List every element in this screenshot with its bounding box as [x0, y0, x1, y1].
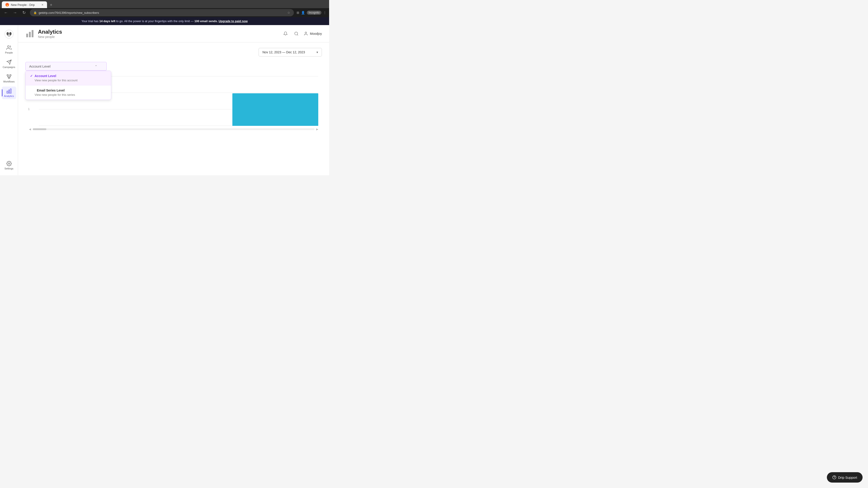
tab-title: New People - Drip — [11, 3, 35, 6]
extensions-icon[interactable]: ⊞ — [297, 11, 299, 14]
user-menu-button[interactable]: Moodjoy — [304, 31, 322, 36]
new-tab-button[interactable]: + — [48, 2, 54, 8]
svg-point-2 — [9, 32, 11, 35]
page-header-left: Analytics New people — [25, 29, 62, 39]
dropdown-option-series-label: Email Series Level — [37, 89, 65, 92]
scroll-thumb[interactable] — [33, 128, 46, 130]
content-area: Analytics New people — [18, 25, 329, 175]
svg-point-17 — [305, 32, 307, 34]
sidebar-item-workflows-label: Workflows — [3, 80, 15, 83]
analytics-icon — [6, 88, 12, 94]
sidebar-item-workflows[interactable]: Workflows — [2, 72, 16, 85]
workflows-icon — [6, 74, 12, 79]
trial-banner: Your trial has 14 days left to go. All t… — [0, 17, 329, 25]
selector-dropdown: ✓ Account Level View new people for this… — [25, 71, 111, 100]
sidebar-item-analytics-label: Analytics — [4, 95, 14, 97]
trial-text-before: Your trial has — [81, 20, 99, 23]
trial-upgrade-link[interactable]: Upgrade to paid now — [219, 20, 248, 23]
user-avatar-icon — [304, 31, 308, 36]
page-header: Analytics New people — [18, 25, 329, 42]
sidebar-item-people-label: People — [5, 51, 13, 54]
sidebar-item-people[interactable]: People — [2, 43, 16, 56]
page-header-right: Moodjoy — [282, 30, 322, 37]
sidebar-item-settings-label: Settings — [4, 167, 13, 170]
search-button[interactable] — [293, 30, 300, 37]
active-indicator — [2, 89, 2, 96]
chart-bar-1 — [232, 93, 318, 126]
star-icon[interactable]: ☆ — [287, 11, 290, 14]
url-bar[interactable]: 🔒 getdrip.com/7641396/reports/new_subscr… — [30, 9, 294, 16]
lock-icon: 🔒 — [33, 11, 37, 14]
selector-chevron-icon: ⌃ — [95, 65, 97, 68]
date-range-label: Nov 12, 2023 — Dec 12, 2023 — [262, 51, 305, 54]
svg-point-11 — [8, 163, 10, 164]
campaigns-icon — [6, 59, 12, 65]
user-icon[interactable]: 👤 — [301, 11, 305, 14]
address-bar: ← → ↻ 🔒 getdrip.com/7641396/reports/new_… — [0, 8, 329, 17]
forward-button[interactable]: → — [12, 9, 18, 16]
trial-sends-highlight: 100 email sends. — [194, 20, 218, 23]
sidebar: People Campaigns Workflows — [0, 25, 18, 175]
scroll-track[interactable] — [33, 128, 314, 130]
page-title-block: Analytics New people — [38, 29, 62, 39]
selector-trigger[interactable]: Account Level ⌃ — [25, 62, 107, 71]
sidebar-item-campaigns-label: Campaigns — [3, 66, 16, 68]
date-range-picker[interactable]: Nov 12, 2023 — Dec 12, 2023 ▾ — [258, 48, 322, 57]
svg-rect-14 — [32, 30, 33, 37]
more-icon[interactable]: ⋮ — [323, 11, 327, 14]
svg-rect-5 — [10, 74, 11, 76]
chart-scroll: ◀ ▶ — [25, 128, 322, 131]
dropdown-option-account[interactable]: ✓ Account Level View new people for this… — [26, 71, 111, 85]
active-tab[interactable]: 🔥 New People - Drip × — [2, 1, 47, 8]
date-range-container: Nov 12, 2023 — Dec 12, 2023 ▾ — [25, 48, 322, 57]
dropdown-option-account-label: Account Level — [35, 74, 56, 78]
dropdown-option-series[interactable]: Email Series Level View new people for t… — [26, 86, 111, 100]
svg-rect-12 — [26, 34, 28, 37]
chart-y-label-1: 1 — [28, 107, 30, 111]
trial-text-middle: to go. All the power is at your fingerti… — [115, 20, 194, 23]
sidebar-item-campaigns[interactable]: Campaigns — [2, 58, 16, 70]
analytics-header-icon — [25, 29, 34, 38]
drip-logo-icon — [4, 30, 13, 39]
svg-line-16 — [297, 35, 298, 35]
page-subtitle: New people — [38, 35, 62, 39]
dropdown-option-series-header: Email Series Level — [30, 89, 106, 92]
reload-button[interactable]: ↻ — [21, 9, 27, 16]
svg-rect-9 — [8, 90, 9, 93]
svg-point-1 — [6, 32, 9, 35]
dropdown-option-account-header: ✓ Account Level — [30, 74, 106, 78]
user-name: Moodjoy — [310, 32, 322, 35]
tab-favicon: 🔥 — [5, 3, 9, 6]
svg-point-0 — [5, 30, 13, 38]
incognito-badge: Incognito — [307, 11, 321, 15]
selector-trigger-label: Account Level — [29, 64, 51, 68]
url-text: getdrip.com/7641396/reports/new_subscrib… — [39, 11, 285, 14]
sidebar-item-settings[interactable]: Settings — [2, 159, 16, 172]
main-layout: People Campaigns Workflows — [0, 25, 329, 175]
app: Your trial has 14 days left to go. All t… — [0, 17, 329, 175]
svg-rect-8 — [7, 91, 8, 93]
dropdown-option-series-desc: View new people for this series — [30, 93, 106, 96]
sidebar-logo — [4, 29, 14, 39]
back-button[interactable]: ← — [3, 9, 9, 16]
tab-close-button[interactable]: × — [41, 3, 43, 6]
svg-rect-6 — [8, 77, 10, 78]
notifications-button[interactable] — [282, 30, 289, 37]
svg-point-15 — [295, 32, 298, 35]
scroll-right-icon[interactable]: ▶ — [316, 128, 318, 131]
svg-rect-10 — [10, 89, 11, 93]
dropdown-option-account-desc: View new people for this account — [30, 78, 106, 82]
scroll-left-icon[interactable]: ◀ — [29, 128, 31, 131]
main-content: Nov 12, 2023 — Dec 12, 2023 ▾ Account Le… — [18, 42, 329, 175]
browser-actions: ⊞ 👤 Incognito ⋮ — [297, 11, 327, 15]
checkmark-icon: ✓ — [30, 74, 33, 78]
page-title: Analytics — [38, 29, 62, 35]
tab-bar: 🔥 New People - Drip × + — [0, 0, 329, 8]
search-icon — [294, 31, 299, 36]
sidebar-item-analytics[interactable]: Analytics — [2, 87, 16, 99]
svg-rect-4 — [7, 74, 8, 76]
selector-container: Account Level ⌃ ✓ Account Level View new… — [25, 62, 107, 71]
settings-icon — [6, 161, 12, 166]
trial-days-highlight: 14 days left — [99, 20, 115, 23]
date-range-chevron: ▾ — [316, 51, 318, 54]
